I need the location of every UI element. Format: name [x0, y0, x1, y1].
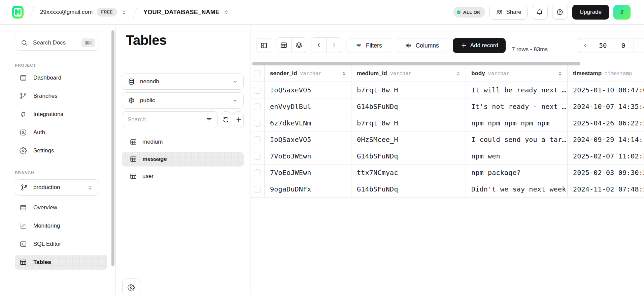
filters-button[interactable]: Filters — [346, 38, 391, 53]
table-cell[interactable]: 2025-02-03 09:30:5 — [568, 165, 644, 181]
table-cell[interactable]: 0HzSMcee_H — [351, 131, 466, 148]
table-cell[interactable]: 2025-04-26 06:22:5 — [568, 115, 644, 131]
table-cell[interactable]: G14bSFuNDq — [351, 181, 466, 197]
branch-selector[interactable]: production — [15, 179, 99, 196]
table-cell[interactable]: IoQSaxeVO5 — [265, 82, 351, 98]
select-all-cell — [250, 65, 265, 82]
column-header-body[interactable]: bodyvarchar — [466, 65, 568, 82]
table-cell[interactable]: Didn't we say next week — [466, 181, 568, 197]
status-badge[interactable]: ALL OK — [453, 7, 485, 18]
row-checkbox[interactable] — [254, 103, 261, 110]
sidebar-item[interactable]: Monitoring — [15, 218, 107, 233]
table-cell[interactable]: b7rqt_8w_H — [351, 115, 466, 131]
table-cell[interactable]: I could send you a tar… — [466, 131, 568, 148]
table-row[interactable]: 7VoEoJWEwnttx7NCmyacnpm package?2025-02-… — [250, 165, 644, 181]
search-docs-button[interactable]: Search Docs ⌘K — [15, 35, 99, 51]
notifications-button[interactable] — [532, 5, 548, 20]
table-cell[interactable]: 6z7dkeVLNm — [265, 115, 351, 131]
table-cell[interactable]: npm package? — [466, 165, 568, 181]
sort-icon[interactable] — [341, 71, 346, 76]
account-selector[interactable]: 29xxxxx@gmail.com FREE — [40, 8, 127, 17]
panel-settings-button[interactable] — [122, 278, 140, 295]
help-button[interactable] — [552, 5, 568, 20]
columns-button[interactable]: Columns — [396, 38, 448, 53]
table-cell[interactable]: 2024-09-29 14:14:1 — [568, 131, 644, 148]
table-cell[interactable]: G14bSFuNDq — [351, 148, 466, 164]
database-selector[interactable]: YOUR_DATABASE_NAME — [143, 9, 229, 16]
share-button[interactable]: Share — [489, 5, 527, 20]
table-cell[interactable]: It's not ready - next … — [466, 98, 568, 115]
sidebar-item[interactable]: Overview — [15, 200, 107, 215]
sort-icon[interactable] — [456, 71, 461, 76]
forward-button[interactable] — [326, 38, 341, 53]
table-row[interactable]: enVvyDlBulG14bSFuNDqIt's not ready - nex… — [250, 98, 644, 115]
table-list-item[interactable]: message — [122, 152, 244, 167]
table-cell[interactable]: IoQSaxeVO5 — [265, 131, 351, 148]
horizontal-scrollbar-thumb[interactable] — [252, 62, 580, 65]
table-cell[interactable]: npm npm npm npm npm — [466, 115, 568, 131]
table-cell[interactable]: 2025-01-10 08:47:0 — [568, 82, 644, 98]
page-offset-value[interactable]: 0 — [613, 38, 634, 53]
table-cell[interactable]: enVvyDlBul — [265, 98, 351, 115]
table-row[interactable]: 9ogaDuDNFxG14bSFuNDqDidn't we say next w… — [250, 181, 644, 198]
table-list: medium message user — [122, 135, 244, 184]
sidebar-item[interactable]: Auth — [15, 125, 107, 140]
add-record-button[interactable]: Add record — [453, 38, 506, 53]
page-next-button[interactable] — [634, 38, 644, 53]
table-cell[interactable]: G14bSFuNDq — [351, 98, 466, 115]
page-size-value[interactable]: 50 — [593, 38, 613, 53]
table-cell[interactable]: npm wen — [466, 148, 568, 164]
table-cell[interactable]: 2024-11-02 07:48:5 — [568, 181, 644, 197]
row-checkbox[interactable] — [254, 186, 261, 193]
row-checkbox[interactable] — [254, 153, 261, 160]
upgrade-button[interactable]: Upgrade — [572, 5, 609, 20]
table-search-input[interactable] — [128, 116, 202, 123]
row-checkbox[interactable] — [254, 169, 261, 176]
select-all-checkbox[interactable] — [254, 70, 261, 77]
row-checkbox[interactable] — [254, 120, 261, 127]
grid-view-button[interactable] — [276, 38, 291, 53]
sidebar-item[interactable]: Settings — [15, 143, 107, 158]
neon-logo-icon[interactable] — [12, 6, 24, 19]
sidebar-item[interactable]: Tables — [15, 255, 107, 270]
refresh-button[interactable] — [221, 111, 231, 128]
layers-view-button[interactable] — [291, 38, 306, 53]
table-name: medium — [142, 139, 163, 145]
add-table-button[interactable] — [234, 111, 244, 128]
sort-icon[interactable] — [557, 71, 563, 76]
column-header-medium_id[interactable]: medium_idvarchar — [351, 65, 466, 82]
column-header-timestamp[interactable]: timestamptimestamp — [568, 65, 644, 82]
table-list-item[interactable]: user — [122, 169, 244, 184]
table-cell[interactable]: 7VoEoJWEwn — [265, 148, 351, 164]
git-branch-icon — [21, 184, 28, 191]
collapse-panel-button[interactable] — [257, 38, 271, 53]
table-row[interactable]: 7VoEoJWEwnG14bSFuNDqnpm wen2025-02-07 11… — [250, 148, 644, 165]
sidebar-item[interactable]: Integrations — [15, 107, 107, 122]
schema-dropdown[interactable]: public — [122, 92, 244, 109]
sidebar-item[interactable]: SQL Editor — [15, 237, 107, 252]
table-cell[interactable]: ttx7NCmyac — [351, 165, 466, 181]
table-row[interactable]: 6z7dkeVLNmb7rqt_8w_Hnpm npm npm npm npm2… — [250, 115, 644, 131]
sidebar-item[interactable]: Branches — [15, 89, 107, 104]
back-button[interactable] — [311, 38, 326, 53]
table-cell[interactable]: It will be ready next … — [466, 82, 568, 98]
notification-count-button[interactable]: 2 — [613, 5, 631, 20]
table-cell[interactable]: 2024-10-07 14:35:4 — [568, 98, 644, 115]
table-list-item[interactable]: medium — [122, 135, 244, 149]
database-dropdown[interactable]: neondb — [122, 73, 244, 90]
page-prev-button[interactable] — [578, 38, 593, 53]
plan-badge: FREE — [97, 8, 117, 17]
row-checkbox[interactable] — [254, 136, 261, 143]
cell-value: I could send you a tar… — [471, 136, 566, 144]
table-cell[interactable]: 9ogaDuDNFx — [265, 181, 351, 197]
table-row[interactable]: IoQSaxeVO5b7rqt_8w_HIt will be ready nex… — [250, 82, 644, 98]
sidebar-scrollbar[interactable] — [111, 30, 114, 266]
table-row[interactable]: IoQSaxeVO50HzSMcee_HI could send you a t… — [250, 131, 644, 148]
table-cell[interactable]: b7rqt_8w_H — [351, 82, 466, 98]
column-header-sender_id[interactable]: sender_idvarchar — [265, 65, 351, 82]
sidebar-item[interactable]: Dashboard — [15, 70, 107, 85]
row-checkbox[interactable] — [254, 87, 261, 94]
table-cell[interactable]: 7VoEoJWEwn — [265, 165, 351, 181]
table-cell[interactable]: 2025-02-07 11:02:5 — [568, 148, 644, 164]
pagination-group: 50 0 — [578, 38, 644, 53]
